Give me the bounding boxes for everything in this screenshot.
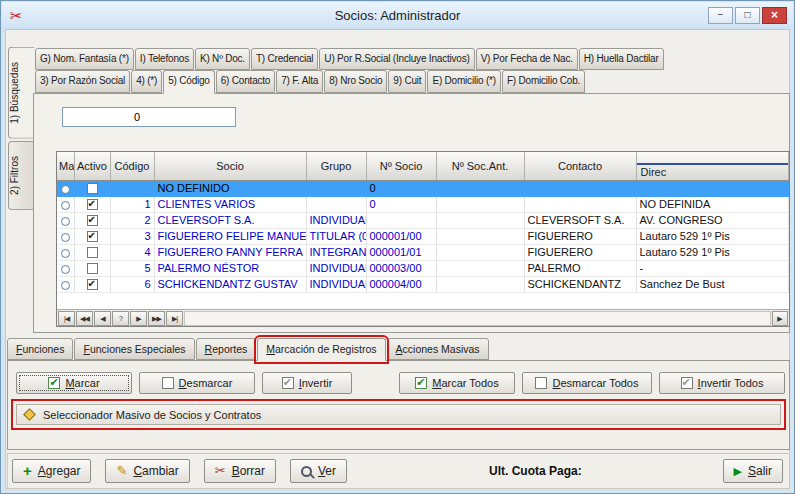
header-nro-soc-ant[interactable]: Nº Soc.Ant. [436, 152, 524, 180]
tab-nro-socio[interactable]: 8) Nro Socio [324, 70, 387, 93]
side-tab-filtros[interactable]: 2) Filtros [8, 141, 34, 210]
tab-por-fecha-nac[interactable]: V) Por Fecha de Nac. [476, 48, 578, 70]
cell-codigo: 4 [110, 244, 154, 260]
horizontal-scrollbar-track[interactable] [184, 311, 771, 326]
cell-grupo: INDIVIDUAL [306, 260, 366, 276]
row-marker-radio[interactable] [61, 217, 70, 226]
cell-nro-soc-ant [436, 212, 524, 228]
plus-icon: + [23, 465, 32, 477]
row-marker-radio[interactable] [61, 233, 70, 242]
table-row[interactable]: 6 SCHICKENDANTZ GUSTAV INDIVIDUAL 000004… [57, 276, 789, 292]
cell-nro-socio: 000001/00 [366, 228, 436, 244]
table-row[interactable]: NO DEFINIDO 0 [57, 180, 789, 196]
table-row[interactable]: 3 FIGUERERO FELIPE MANUE TITULAR (0) 000… [57, 228, 789, 244]
minimize-button[interactable]: − [708, 7, 733, 24]
window-title: Socios: Administrador [2, 8, 793, 23]
nav-next-page-button[interactable]: ▶▶ [148, 311, 165, 326]
table-row[interactable]: 2 CLEVERSOFT S.A. INDIVIDUAL CLEVERSOFT … [57, 212, 789, 228]
header-activo[interactable]: Activo [74, 152, 110, 180]
header-codigo[interactable]: Código [110, 152, 154, 180]
tab-contacto[interactable]: 6) Contacto [216, 70, 276, 93]
cell-socio: FIGUERERO FELIPE MANUE [154, 228, 306, 244]
row-marker-radio[interactable] [61, 185, 70, 194]
table-row[interactable]: 5 PALERMO NÉSTOR INDIVIDUAL 000003/00 PA… [57, 260, 789, 276]
tab-acciones-masivas[interactable]: Acciones Masivas [387, 338, 489, 360]
marcar-button[interactable]: Marcar [16, 372, 132, 394]
marcar-todos-button[interactable]: Marcar Todos [399, 372, 515, 394]
tab-nro-doc[interactable]: K) Nº Doc. [195, 48, 250, 70]
cell-grupo [306, 180, 366, 196]
header-ma[interactable]: Ma [57, 152, 74, 180]
row-marker-radio[interactable] [61, 281, 70, 290]
maximize-button[interactable]: □ [735, 7, 760, 24]
row-marker-radio[interactable] [61, 249, 70, 258]
tab-por-razon-social[interactable]: 3) Por Razón Social [35, 70, 130, 93]
header-grupo[interactable]: Grupo [306, 152, 366, 180]
tab-credencial[interactable]: T) Credencial [251, 48, 318, 70]
header-nro-socio[interactable]: Nº Socio [366, 152, 436, 180]
row-activo-checkbox[interactable] [87, 247, 98, 258]
nav-first-button[interactable]: |◀ [58, 311, 75, 326]
scissors-icon: ✂ [215, 465, 226, 477]
borrar-button[interactable]: ✂ Borrar [204, 459, 276, 483]
salir-button[interactable]: ▶ Salir [723, 459, 784, 483]
invertir-button[interactable]: Invertir [262, 372, 352, 394]
header-contacto[interactable]: Contacto [524, 152, 636, 180]
tab-domicilio-cob[interactable]: F) Domicilio Cob. [502, 70, 585, 93]
socios-grid: Ma Activo Código Socio Grupo Nº Socio Nº… [56, 151, 790, 327]
agregar-button[interactable]: + Agregar [12, 459, 91, 483]
tab-funciones-especiales[interactable]: Funciones Especiales [74, 338, 194, 360]
scroll-right-arrow[interactable]: ▶ [772, 311, 788, 326]
tab-reportes[interactable]: Reportes [196, 338, 257, 360]
table-row[interactable]: 1 CLIENTES VARIOS 0 NO DEFINIDA [57, 196, 789, 212]
bottom-tab-strip: Funciones Funciones Especiales Reportes … [7, 338, 490, 360]
cell-nro-socio: 0 [366, 196, 436, 212]
cell-codigo: 6 [110, 276, 154, 292]
tab-domicilio[interactable]: E) Domicilio (*) [427, 70, 500, 93]
nav-next-button[interactable]: ▶ [130, 311, 147, 326]
tab-funciones[interactable]: Funciones [7, 338, 73, 360]
row-activo-checkbox[interactable] [87, 263, 98, 274]
checkbox-empty-icon [162, 377, 174, 389]
app-window: ✂ Socios: Administrador − □ × 1) Búsqued… [0, 0, 795, 494]
side-tab-busquedas[interactable]: 1) Búsquedas [8, 47, 34, 139]
search-tabs-row-2: 3) Por Razón Social 4) (*) 5) Código 6) … [35, 70, 586, 93]
tab-telefonos[interactable]: I) Telefonos [135, 48, 194, 70]
tab-huella-dactilar[interactable]: H) Huella Dactilar [579, 48, 664, 70]
row-activo-checkbox[interactable] [87, 199, 98, 210]
ver-button[interactable]: Ver [290, 459, 347, 483]
invertir-todos-button[interactable]: Invertir Todos [659, 372, 785, 394]
codigo-search-input[interactable] [62, 107, 236, 127]
header-direccion[interactable]: Direc [636, 152, 789, 180]
tab-por-rsocial[interactable]: U) Por R.Social (Incluye Inactivos) [319, 48, 474, 70]
nav-search-button[interactable]: ? [112, 311, 129, 326]
desmarcar-todos-button[interactable]: Desmarcar Todos [522, 372, 652, 394]
table-row[interactable]: 4 FIGUERERO FANNY FERRA INTEGRANT 000001… [57, 244, 789, 260]
tab-cuit[interactable]: 9) Cuit [388, 70, 426, 93]
nav-prior-page-button[interactable]: ◀◀ [76, 311, 93, 326]
row-marker-radio[interactable] [61, 201, 70, 210]
cambiar-button[interactable]: ✎ Cambiar [105, 459, 189, 483]
close-button[interactable]: × [762, 7, 787, 24]
tab-4[interactable]: 4) (*) [131, 70, 162, 93]
header-socio[interactable]: Socio [154, 152, 306, 180]
cell-socio: PALERMO NÉSTOR [154, 260, 306, 276]
cell-codigo [110, 180, 154, 196]
cell-contacto [524, 196, 636, 212]
row-activo-checkbox[interactable] [87, 279, 98, 290]
tab-codigo[interactable]: 5) Código [163, 70, 215, 94]
cell-socio: SCHICKENDANTZ GUSTAV [154, 276, 306, 292]
row-activo-checkbox[interactable] [87, 183, 98, 194]
seleccionador-masivo-button[interactable]: Seleccionador Masivo de Socios y Contrat… [16, 404, 781, 425]
tab-f-alta[interactable]: 7) F. Alta [276, 70, 323, 93]
row-activo-checkbox[interactable] [87, 231, 98, 242]
row-marker-radio[interactable] [61, 265, 70, 274]
desmarcar-button[interactable]: Desmarcar [139, 372, 255, 394]
tab-nom-fantasia[interactable]: G) Nom. Fantasía (*) [35, 48, 134, 70]
cell-direccion: NO DEFINIDA [636, 196, 789, 212]
nav-last-button[interactable]: ▶| [166, 311, 183, 326]
row-activo-checkbox[interactable] [87, 215, 98, 226]
cell-socio: CLEVERSOFT S.A. [154, 212, 306, 228]
tab-marcacion-de-registros[interactable]: Marcación de Registros [257, 338, 385, 361]
nav-prior-button[interactable]: ◀ [94, 311, 111, 326]
